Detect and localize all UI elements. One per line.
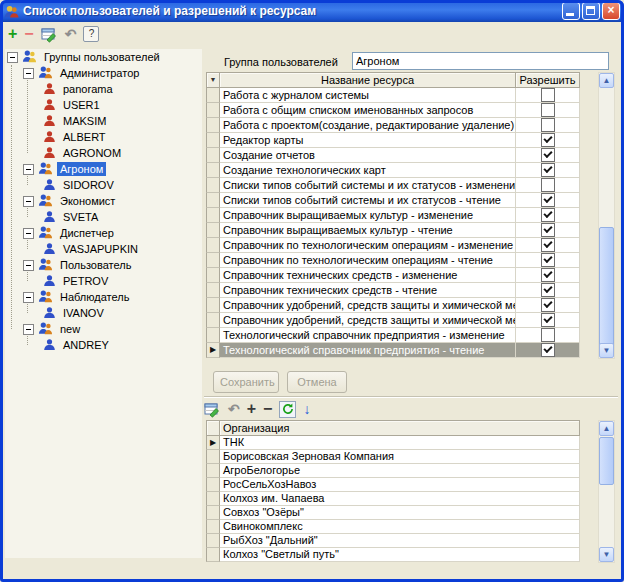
cancel-button[interactable]: Отмена bbox=[287, 371, 347, 393]
tree-user-item[interactable]: SIDOROV bbox=[5, 177, 202, 193]
group-name-input[interactable] bbox=[352, 52, 609, 70]
org-row[interactable]: ▶ТНК bbox=[206, 436, 598, 450]
allow-checkbox[interactable] bbox=[541, 118, 555, 132]
expand-toggle-icon[interactable] bbox=[7, 52, 18, 63]
expand-toggle-icon[interactable] bbox=[23, 260, 34, 271]
allow-checkbox[interactable] bbox=[541, 328, 555, 342]
allow-checkbox[interactable] bbox=[541, 148, 555, 162]
scroll-up-icon[interactable]: ▲ bbox=[599, 73, 614, 88]
allow-checkbox[interactable] bbox=[541, 208, 555, 222]
refresh-icon[interactable] bbox=[279, 401, 296, 418]
tree-group-item[interactable]: Наблюдатель bbox=[5, 289, 202, 305]
help-icon[interactable]: ? bbox=[83, 26, 99, 42]
allow-checkbox[interactable] bbox=[541, 193, 555, 207]
tree-user-item[interactable]: PETROV bbox=[5, 273, 202, 289]
edit-icon[interactable] bbox=[41, 26, 58, 43]
row-marker bbox=[206, 163, 220, 178]
edit-icon[interactable] bbox=[204, 401, 221, 418]
tree-user-item[interactable]: panorama bbox=[5, 81, 202, 97]
tree-user-item[interactable]: SVETA bbox=[5, 209, 202, 225]
allow-checkbox[interactable] bbox=[541, 163, 555, 177]
tree-user-item[interactable]: AGRONOM bbox=[5, 145, 202, 161]
scrollbar-thumb[interactable] bbox=[599, 437, 614, 485]
tree-root-groups[interactable]: Группы пользователей bbox=[5, 49, 202, 65]
scrollbar-thumb[interactable] bbox=[599, 227, 614, 347]
resource-row[interactable]: Справочник по технологическим операциям … bbox=[206, 253, 598, 268]
row-marker bbox=[206, 193, 220, 208]
allow-checkbox[interactable] bbox=[541, 268, 555, 282]
tree-user-item[interactable]: VASJAPUPKIN bbox=[5, 241, 202, 257]
grid-dropdown-icon[interactable]: ▼ bbox=[206, 72, 220, 88]
tree-group-item[interactable]: Экономист bbox=[5, 193, 202, 209]
tree-user-item[interactable]: ALBERT bbox=[5, 129, 202, 145]
resource-row[interactable]: Справочник удобрений, средств защиты и х… bbox=[206, 298, 598, 313]
close-button[interactable]: × bbox=[602, 2, 620, 20]
resource-row[interactable]: Списки типов событий системы и их статус… bbox=[206, 193, 598, 208]
remove-icon[interactable]: − bbox=[263, 402, 272, 416]
tree-group-item[interactable]: Агроном bbox=[5, 161, 202, 177]
org-row[interactable]: Колхоз "Светлый путь" bbox=[206, 548, 598, 562]
allow-checkbox[interactable] bbox=[541, 283, 555, 297]
undo-icon[interactable]: ↶ bbox=[65, 27, 77, 41]
allow-checkbox[interactable] bbox=[541, 238, 555, 252]
org-row[interactable]: АгроБелогорье bbox=[206, 464, 598, 478]
org-row[interactable]: Борисовская Зерновая Компания bbox=[206, 450, 598, 464]
resource-row[interactable]: Работа с проектом(создание, редактирован… bbox=[206, 118, 598, 133]
tree-group-item[interactable]: Пользователь bbox=[5, 257, 202, 273]
resource-row[interactable]: Работа с общим списком именованных запро… bbox=[206, 103, 598, 118]
allow-checkbox[interactable] bbox=[541, 313, 555, 327]
save-button[interactable]: Сохранить bbox=[213, 371, 279, 393]
add-icon[interactable]: + bbox=[247, 402, 256, 416]
tree-group-item[interactable]: new bbox=[5, 321, 202, 337]
tree-user-item[interactable]: IVANOV bbox=[5, 305, 202, 321]
allow-checkbox[interactable] bbox=[541, 178, 555, 192]
expand-toggle-icon[interactable] bbox=[23, 164, 34, 175]
move-down-icon[interactable]: ↓ bbox=[303, 402, 310, 416]
resource-row[interactable]: Списки типов событий системы и их статус… bbox=[206, 178, 598, 193]
resource-row[interactable]: Справочник выращиваемых культур - чтение bbox=[206, 223, 598, 238]
allow-checkbox[interactable] bbox=[541, 298, 555, 312]
tree-group-item[interactable]: Администратор bbox=[5, 65, 202, 81]
resource-row[interactable]: Справочник удобрений, средств защиты и х… bbox=[206, 313, 598, 328]
resource-row[interactable]: ▶Технологический справочник предприятия … bbox=[206, 343, 598, 358]
scroll-up-icon[interactable]: ▲ bbox=[599, 421, 614, 436]
add-icon[interactable]: + bbox=[8, 27, 17, 41]
allow-checkbox[interactable] bbox=[541, 88, 555, 102]
org-row[interactable]: РосСельХозНавоз bbox=[206, 478, 598, 492]
resource-row[interactable]: Технологический справочник предприятия -… bbox=[206, 328, 598, 343]
minimize-button[interactable] bbox=[562, 2, 580, 20]
organization-grid-scrollbar[interactable]: ▲ ▼ bbox=[598, 420, 615, 563]
expand-toggle-icon[interactable] bbox=[23, 196, 34, 207]
resource-row[interactable]: Справочник выращиваемых культур - измене… bbox=[206, 208, 598, 223]
maximize-button[interactable] bbox=[582, 2, 600, 20]
org-row[interactable]: Свинокомплекс bbox=[206, 520, 598, 534]
allow-checkbox[interactable] bbox=[541, 133, 555, 147]
tree-group-item[interactable]: Диспетчер bbox=[5, 225, 202, 241]
allow-checkbox[interactable] bbox=[541, 223, 555, 237]
scroll-down-icon[interactable]: ▼ bbox=[599, 547, 614, 562]
allow-checkbox[interactable] bbox=[541, 253, 555, 267]
scroll-down-icon[interactable]: ▼ bbox=[599, 343, 614, 358]
expand-toggle-icon[interactable] bbox=[23, 324, 34, 335]
tree-user-item[interactable]: USER1 bbox=[5, 97, 202, 113]
expand-toggle-icon[interactable] bbox=[23, 228, 34, 239]
tree-user-item[interactable]: ANDREY bbox=[5, 337, 202, 353]
tree-user-item[interactable]: MAKSIM bbox=[5, 113, 202, 129]
resource-row[interactable]: Работа с журналом системы bbox=[206, 88, 598, 103]
resource-row[interactable]: Справочник технических средств - чтение bbox=[206, 283, 598, 298]
expand-toggle-icon[interactable] bbox=[23, 292, 34, 303]
resource-row[interactable]: Справочник технических средств - изменен… bbox=[206, 268, 598, 283]
resource-grid-scrollbar[interactable]: ▲ ▼ bbox=[598, 72, 615, 359]
org-row[interactable]: Совхоз "Озёры" bbox=[206, 506, 598, 520]
undo-icon[interactable]: ↶ bbox=[228, 402, 240, 416]
expand-toggle-icon[interactable] bbox=[23, 68, 34, 79]
resource-row[interactable]: Создание технологических карт bbox=[206, 163, 598, 178]
remove-icon[interactable]: − bbox=[24, 27, 33, 41]
org-row[interactable]: Колхоз им. Чапаева bbox=[206, 492, 598, 506]
resource-row[interactable]: Создание отчетов bbox=[206, 148, 598, 163]
resource-row[interactable]: Редактор карты bbox=[206, 133, 598, 148]
allow-checkbox[interactable] bbox=[541, 103, 555, 117]
allow-checkbox[interactable] bbox=[541, 343, 555, 357]
org-row[interactable]: РыбХоз "Дальний" bbox=[206, 534, 598, 548]
resource-row[interactable]: Справочник по технологическим операциям … bbox=[206, 238, 598, 253]
